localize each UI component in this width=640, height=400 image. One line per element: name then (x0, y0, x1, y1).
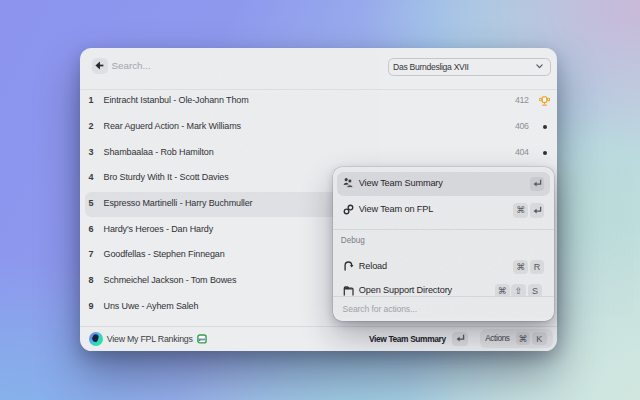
shortcut-keys (530, 177, 545, 191)
return-keycap (530, 203, 545, 217)
cmd-keycap: ⌘ (513, 260, 528, 274)
team-and-manager: Schmeichel Jackson - Tom Bowes (104, 275, 237, 285)
action-menu-item[interactable]: View Team on FPL⌘ (337, 198, 550, 222)
action-menu-item-label: Reload (359, 261, 387, 271)
fpl-extension-icon (89, 332, 103, 346)
standings-row[interactable]: 1Eintracht Istanbul - Ole-Johann Thom412 (80, 89, 557, 115)
command-title: View My FPL Rankings (107, 334, 193, 344)
rank-number: 2 (84, 121, 98, 131)
team-icon (343, 177, 354, 188)
return-keycap (452, 332, 468, 346)
reload-icon (343, 260, 354, 271)
desktop-background: Search... Das Burndesliga XVII 1Eintrach… (0, 0, 640, 400)
action-search-bar[interactable]: Search for actions... (333, 296, 555, 321)
menu-divider (333, 229, 555, 230)
link-icon (343, 204, 354, 215)
status-bar: View My FPL Rankings View Team Summary A… (80, 326, 557, 352)
team-and-manager: Shambaalaa - Rob Hamilton (104, 147, 214, 157)
shift-keycap: ⇧ (511, 284, 526, 296)
action-menu: View Team SummaryView Team on FPL⌘Reload… (333, 167, 555, 321)
back-arrow-icon (94, 60, 105, 71)
team-and-manager: Rear Aguerd Action - Mark Williams (104, 121, 241, 131)
points-value: 404 (515, 147, 529, 157)
k-keycap: K (532, 332, 546, 345)
rank-number: 7 (84, 249, 98, 259)
team-and-manager: Hardy's Heroes - Dan Hardy (104, 224, 214, 234)
rank-number: 9 (84, 301, 98, 311)
team-and-manager: Uns Uwe - Ayhem Saleh (104, 301, 199, 311)
rank-number: 6 (84, 224, 98, 234)
fpl-card-icon (197, 334, 207, 344)
back-button[interactable] (92, 58, 108, 74)
action-menu-item[interactable]: View Team Summary (337, 172, 550, 196)
action-menu-item-label: Open Support Directory (359, 285, 452, 295)
rank-dot-icon (539, 148, 550, 159)
standings-row[interactable]: 2Rear Aguerd Action - Mark Williams406 (80, 115, 557, 141)
s-keycap: S (528, 284, 543, 296)
rank-number: 1 (84, 95, 98, 105)
team-and-manager: Eintracht Istanbul - Ole-Johann Thom (104, 95, 249, 105)
window-header: Search... Das Burndesliga XVII (80, 48, 557, 89)
folder-icon (343, 285, 354, 296)
rank-number: 4 (84, 172, 98, 182)
shortcut-keys: ⌘⇧S (495, 284, 542, 296)
primary-action-label[interactable]: View Team Summary (369, 334, 446, 344)
action-menu-item-label: View Team Summary (359, 178, 443, 188)
search-input[interactable]: Search... (112, 45, 151, 86)
actions-button[interactable]: Actions ⌘ K (480, 329, 552, 348)
r-keycap: R (530, 260, 545, 274)
league-selector-dropdown[interactable]: Das Burndesliga XVII (388, 58, 551, 77)
action-menu-item[interactable]: Open Support Directory⌘⇧S (337, 279, 550, 296)
action-menu-items: View Team SummaryView Team on FPL⌘Reload… (333, 167, 555, 296)
standings-row[interactable]: 3Shambaalaa - Rob Hamilton404 (80, 140, 557, 166)
actions-label: Actions (485, 334, 509, 343)
rank-number: 3 (84, 147, 98, 157)
menu-section-title: Debug (341, 235, 365, 247)
shortcut-keys: ⌘ (513, 203, 544, 217)
points-value: 406 (515, 121, 529, 131)
cmd-keycap: ⌘ (513, 203, 528, 217)
team-and-manager: Espresso Martinelli - Harry Buchmuller (104, 198, 253, 208)
rank-dot-icon (539, 122, 550, 133)
rank-number: 5 (84, 198, 98, 208)
chevron-down-icon (536, 64, 543, 69)
trophy-icon (539, 96, 550, 107)
points-value: 412 (515, 95, 529, 105)
action-search-placeholder: Search for actions... (343, 304, 417, 314)
shortcut-keys: ⌘R (513, 260, 544, 274)
league-selector-value: Das Burndesliga XVII (393, 62, 536, 72)
cmd-keycap: ⌘ (495, 284, 510, 296)
team-and-manager: Bro Sturdy With It - Scott Davies (104, 172, 229, 182)
return-keycap (530, 177, 545, 191)
action-menu-item-label: View Team on FPL (359, 204, 433, 214)
rank-number: 8 (84, 275, 98, 285)
cmd-keycap: ⌘ (516, 332, 530, 345)
action-menu-item[interactable]: Reload⌘R (337, 255, 550, 279)
team-and-manager: Goodfellas - Stephen Finnegan (104, 249, 225, 259)
